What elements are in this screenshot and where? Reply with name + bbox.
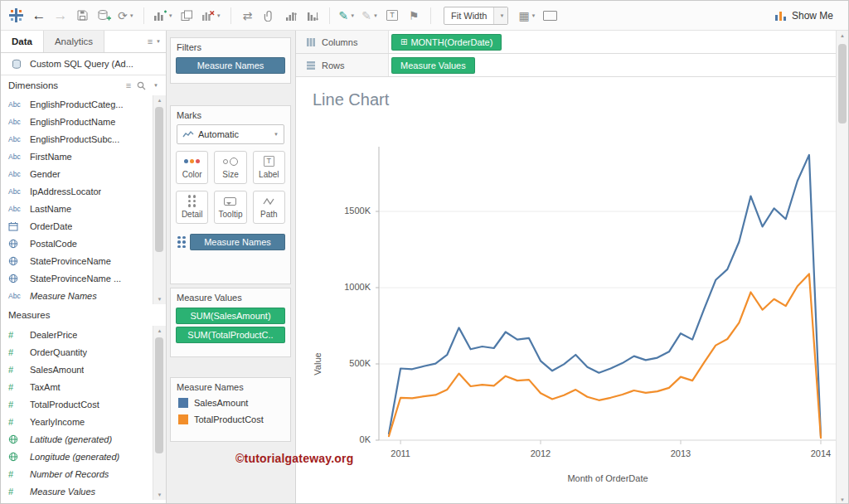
- field-item[interactable]: AbcIpAddressLocator: [1, 182, 153, 200]
- field-item[interactable]: AbcLastName: [1, 200, 153, 217]
- tab-analytics[interactable]: Analytics: [44, 31, 104, 52]
- measure-values-pill[interactable]: SUM(SalesAmount): [176, 308, 285, 324]
- scroll-down-icon[interactable]: ▼: [153, 294, 166, 304]
- toolbar-separator: [230, 7, 231, 24]
- measures-scrollbar[interactable]: ▲ ▼: [153, 326, 166, 500]
- field-item[interactable]: #SalesAmount: [1, 361, 153, 378]
- pane-tabs: Data Analytics ≡▼: [1, 31, 166, 53]
- columns-shelf[interactable]: Columns ⊞ MONTH(OrderDate): [296, 31, 837, 54]
- group-members-icon[interactable]: [262, 6, 277, 26]
- filters-title: Filters: [171, 38, 290, 55]
- field-item[interactable]: #Number of Records: [1, 465, 153, 482]
- size-icon: [223, 156, 238, 167]
- measure-values-pill[interactable]: SUM(TotalProductC..: [176, 327, 285, 343]
- field-item[interactable]: #TaxAmt: [1, 378, 153, 395]
- field-item[interactable]: PostalCode: [1, 235, 153, 252]
- watermark: ©tutorialgateway.org: [235, 452, 353, 465]
- field-item[interactable]: #YearlyIncome: [1, 413, 153, 430]
- color-button[interactable]: Color: [176, 151, 208, 184]
- field-item[interactable]: Latitude (generated): [1, 430, 153, 448]
- columns-pill-month-orderdate[interactable]: ⊞ MONTH(OrderDate): [391, 34, 502, 51]
- show-me-label: Show Me: [792, 10, 833, 22]
- detail-icon: [188, 196, 196, 206]
- field-item[interactable]: AbcEnglishProductSubc...: [1, 130, 153, 148]
- save-icon[interactable]: [75, 6, 90, 26]
- scroll-down-icon[interactable]: ▼: [837, 495, 848, 504]
- field-item[interactable]: AbcMeasure Names: [1, 287, 153, 304]
- field-item[interactable]: AbcGender: [1, 165, 153, 182]
- detail-button[interactable]: Detail: [176, 191, 208, 224]
- scrollbar-thumb[interactable]: [155, 337, 163, 453]
- highlight-pen-icon[interactable]: ✎▼: [339, 6, 356, 26]
- duplicate-sheet-icon[interactable]: [180, 6, 195, 26]
- window-scrollbar[interactable]: ▲ ▼: [836, 31, 848, 504]
- filter-pill-measure-names[interactable]: Measure Names: [176, 57, 285, 74]
- rows-pill-measure-values[interactable]: Measure Values: [391, 57, 475, 74]
- size-button[interactable]: Size: [214, 151, 246, 184]
- scroll-up-icon[interactable]: ▲: [153, 95, 166, 105]
- number-icon: #: [8, 382, 25, 392]
- tableau-logo-icon[interactable]: [9, 8, 23, 22]
- series-line-salesamount[interactable]: [389, 155, 821, 437]
- marks-pill-measure-names[interactable]: Measure Names: [190, 234, 285, 250]
- presentation-mode-icon[interactable]: [543, 6, 558, 26]
- dimensions-scrollbar[interactable]: ▲ ▼: [153, 95, 166, 304]
- field-label: Longitude (generated): [30, 452, 119, 462]
- scroll-down-icon[interactable]: ▼: [153, 490, 166, 500]
- undo-back-arrow-icon[interactable]: ←: [32, 6, 46, 26]
- sort-ascending-icon[interactable]: [284, 6, 298, 26]
- sort-descending-icon[interactable]: [305, 6, 320, 26]
- scrollbar-thumb[interactable]: [838, 44, 847, 124]
- refresh-datasource-icon[interactable]: ⟳▼: [118, 6, 134, 26]
- text-label-icon[interactable]: T: [385, 6, 400, 26]
- swap-axes-icon[interactable]: ⇄: [240, 6, 255, 26]
- field-item[interactable]: StateProvinceName ...: [1, 269, 153, 287]
- field-item[interactable]: StateProvinceName: [1, 252, 153, 269]
- dimensions-menu-icon[interactable]: ▼: [153, 83, 158, 88]
- path-button[interactable]: Path: [253, 191, 285, 224]
- color-icon: [184, 156, 200, 167]
- datasource-item[interactable]: Custom SQL Query (Ad...: [1, 53, 166, 75]
- pane-menu-icon[interactable]: ≡▼: [143, 31, 166, 52]
- line-chart[interactable]: [376, 135, 840, 453]
- field-item[interactable]: #DealerPrice: [1, 326, 153, 343]
- tooltip-button[interactable]: Tooltip: [214, 191, 246, 224]
- fit-width-select[interactable]: Fit Width ▼: [444, 7, 508, 25]
- number-icon: #: [8, 417, 25, 427]
- label-button[interactable]: T Label: [253, 151, 285, 184]
- view-options-icon[interactable]: ≡: [126, 80, 131, 90]
- field-item[interactable]: #OrderQuantity: [1, 343, 153, 361]
- pin-icon[interactable]: ⚑: [406, 6, 421, 26]
- field-item[interactable]: #Measure Values: [1, 482, 153, 500]
- field-item[interactable]: Longitude (generated): [1, 448, 153, 465]
- rows-shelf[interactable]: Rows Measure Values: [296, 54, 837, 77]
- series-line-totalproductcost[interactable]: [389, 274, 821, 438]
- fit-width-caret-icon[interactable]: ▼: [493, 7, 507, 24]
- field-item[interactable]: AbcEnglishProductName: [1, 113, 153, 130]
- field-label: Gender: [30, 169, 61, 179]
- measures-list: #DealerPrice#OrderQuantity#SalesAmount#T…: [1, 326, 166, 500]
- search-icon[interactable]: [137, 81, 146, 90]
- field-item[interactable]: AbcEnglishProductCateg...: [1, 95, 153, 113]
- redo-forward-arrow-icon[interactable]: →: [53, 6, 68, 26]
- scroll-up-icon[interactable]: ▲: [153, 326, 166, 336]
- new-datasource-icon[interactable]: [96, 6, 111, 26]
- scroll-up-icon[interactable]: ▲: [837, 31, 848, 41]
- tab-data[interactable]: Data: [1, 31, 44, 52]
- show-me-button[interactable]: Show Me: [768, 8, 840, 23]
- show-cards-icon[interactable]: ▦▼: [518, 6, 536, 26]
- scrollbar-thumb[interactable]: [155, 107, 163, 252]
- clear-sheet-icon[interactable]: ▼: [201, 6, 221, 26]
- legend-item[interactable]: SalesAmount: [171, 395, 290, 411]
- field-label: OrderQuantity: [30, 347, 87, 357]
- legend-item[interactable]: TotalProductCost: [171, 411, 290, 428]
- date-expand-icon[interactable]: ⊞: [400, 37, 407, 46]
- dimensions-list: AbcEnglishProductCateg...AbcEnglishProdu…: [1, 95, 166, 304]
- format-brush-icon[interactable]: ✎▼: [361, 6, 378, 26]
- mark-type-dropdown[interactable]: Automatic ▼: [177, 124, 284, 144]
- field-item[interactable]: OrderDate: [1, 217, 153, 235]
- field-item[interactable]: #TotalProductCost: [1, 395, 153, 413]
- field-item[interactable]: AbcFirstName: [1, 148, 153, 165]
- new-worksheet-icon[interactable]: ▼: [153, 6, 173, 26]
- abc-icon: Abc: [8, 187, 25, 196]
